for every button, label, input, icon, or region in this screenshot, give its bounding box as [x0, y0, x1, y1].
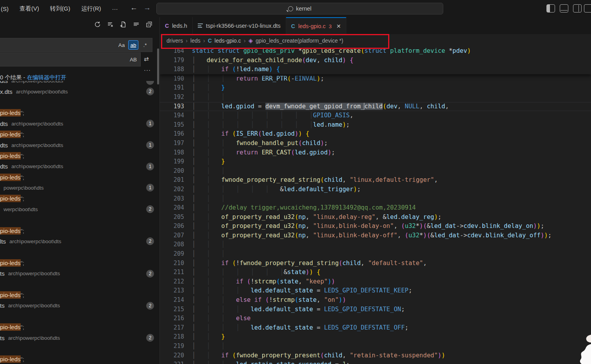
code-line[interactable]: 208│ │ │ — [160, 240, 591, 249]
code-line[interactable]: 202│ │ │ │ │ │ &led.default_trigger); — [160, 185, 591, 194]
expand-all-icon[interactable] — [133, 21, 140, 28]
code-line[interactable]: 206│ │ of_property_read_u32(np, "linux,b… — [160, 222, 591, 231]
code-token: * — [416, 222, 419, 230]
result-file-row[interactable]: dtsarch\powerpc\boot\dts — [0, 81, 159, 86]
code-line[interactable]: 196│ │ if (IS_ERR(led.gpiod)) { — [160, 129, 591, 139]
code-editor[interactable]: 164static struct gpio_leds_priv *gpio_le… — [160, 47, 591, 364]
code-line[interactable]: 221│ │ │ led.retain_state_suspended = 1; — [160, 360, 591, 364]
code-line[interactable]: 214│ │ │ else if (!strcmp(state, "on")) — [160, 296, 591, 305]
open-new-search-editor-icon[interactable] — [120, 21, 127, 28]
result-match-row-clipped[interactable] — [0, 343, 159, 354]
code-line[interactable]: 204│ │ //delay trigger,wucaicheng,137891… — [160, 203, 591, 213]
customize-layout-icon[interactable] — [584, 4, 591, 13]
code-line[interactable]: 217│ │ │ │ led.default_state = LEDS_GPIO… — [160, 323, 591, 333]
code-line[interactable]: 216│ │ │ else — [160, 314, 591, 323]
preserve-case-toggle[interactable]: AB — [129, 55, 138, 64]
tab-leds-gpio-c[interactable]: C leds-gpio.c 3 ✕ — [286, 17, 347, 34]
match-case-toggle[interactable]: Aa — [117, 41, 126, 49]
result-match-row-clipped[interactable] — [0, 311, 159, 322]
code-line[interactable]: 211│ │ │ │ │ │ │&state)) { — [160, 268, 591, 277]
breadcrumb-item-symbol[interactable]: gpio_leds_create(platform_device *) — [256, 38, 343, 44]
code-line[interactable]: 207│ │ of_property_read_u32(np, "linux,b… — [160, 231, 591, 240]
back-arrow-icon[interactable]: ← — [130, 4, 138, 12]
result-file-row[interactable]: tsarch\powerpc\boot\dts2 — [0, 300, 159, 311]
toggle-sidebar-icon[interactable] — [546, 4, 555, 13]
code-line[interactable]: 212│ │ │ if (!strcmp(state, "keep")) — [160, 277, 591, 287]
refresh-icon[interactable] — [94, 21, 101, 28]
whole-word-toggle[interactable]: ab — [128, 40, 138, 50]
toggle-secondary-sidebar-icon[interactable] — [573, 4, 582, 13]
menu-item-more[interactable]: ··· — [112, 5, 118, 12]
result-match-row[interactable]: pio-leds"; — [0, 290, 159, 300]
breadcrumb-item-drivers[interactable]: drivers — [167, 38, 183, 44]
menu-item-go[interactable]: 转到(G) — [50, 5, 70, 13]
menu-item-view[interactable]: 查看(V) — [20, 5, 39, 13]
result-file-row[interactable]: tsarch\powerpc\boot\dts2 — [0, 332, 159, 343]
collapse-all-icon[interactable] — [146, 21, 152, 28]
code-line[interactable]: 218│ │ } — [160, 332, 591, 342]
result-match-row-clipped[interactable] — [0, 97, 159, 108]
replace-input[interactable]: AB — [0, 52, 141, 66]
replace-all-icon[interactable]: ⇄ — [144, 56, 149, 63]
result-match-row[interactable]: pio-leds"; — [0, 354, 159, 364]
result-match-row[interactable]: pio-leds"; — [0, 172, 159, 183]
code-line[interactable]: 209│ │ │ — [160, 249, 591, 259]
close-tab-icon[interactable]: ✕ — [337, 23, 341, 29]
result-file-row[interactable]: powerpc\boot\dts1 — [0, 183, 159, 193]
result-match-row[interactable]: pio-leds"; — [0, 108, 159, 118]
code-line[interactable]: 164static struct gpio_leds_priv *gpio_le… — [160, 47, 591, 56]
code-line[interactable]: 192│ │ │ — [160, 93, 591, 102]
command-center-search[interactable]: kernel — [156, 3, 443, 14]
tab-tspi-dts[interactable]: tspi-rk3566-user-v10-linux.dts — [193, 17, 286, 34]
code-line[interactable]: 198│ │ │ return ERR_CAST(led.gpiod); — [160, 148, 591, 158]
code-line[interactable]: 190│ │ │ return ERR_PTR(-EINVAL); — [160, 74, 591, 84]
result-file-row[interactable]: x.dtsarch\powerpc\boot\dts2 — [0, 86, 159, 97]
open-in-editor-link[interactable]: 在编辑器中打开 — [27, 74, 66, 81]
search-details-more-icon[interactable]: ··· — [144, 66, 151, 73]
result-file-row[interactable]: dtsarch\powerpc\boot\dts1 — [0, 118, 159, 129]
regex-toggle[interactable]: .* — [140, 41, 150, 49]
toggle-panel-icon[interactable] — [560, 4, 568, 13]
code-line[interactable]: 200│ │ │ — [160, 167, 591, 176]
result-match-row-clipped[interactable] — [0, 215, 159, 225]
code-line[interactable]: 193│ │ led.gpiod = devm_fwnode_get_gpiod… — [160, 102, 591, 111]
code-line[interactable]: 191│ │ } — [160, 83, 591, 93]
result-match-row-clipped[interactable] — [0, 247, 159, 257]
breadcrumb-item-file[interactable]: leds-gpio.c — [215, 38, 241, 44]
result-file-row[interactable]: ltsarch\powerpc\boot\dts2 — [0, 236, 159, 247]
sidebar-scrollbar[interactable] — [157, 48, 159, 84]
code-line[interactable]: 203│ │ │ — [160, 194, 591, 204]
code-line[interactable]: 213│ │ │ │ led.default_state = LEDS_GPIO… — [160, 286, 591, 296]
clear-search-results-icon[interactable] — [107, 21, 114, 28]
result-match-row[interactable]: pio-leds"; — [0, 258, 159, 268]
code-line[interactable]: 201│ │ fwnode_property_read_string(child… — [160, 176, 591, 185]
code-line[interactable]: 219│ │ │ — [160, 342, 591, 351]
menu-item-partial[interactable]: (S) — [1, 5, 9, 12]
result-match-row-clipped[interactable] — [0, 279, 159, 289]
code-line[interactable]: 215│ │ │ │ led.default_state = LEDS_GPIO… — [160, 305, 591, 314]
result-match-row[interactable]: pio-leds"; — [0, 151, 159, 161]
code-line[interactable]: 205│ │ of_property_read_u32(np, "linux,d… — [160, 213, 591, 222]
search-input[interactable]: Aa ab .* — [0, 38, 152, 52]
code-line[interactable]: 210│ │ if (!fwnode_property_read_string(… — [160, 259, 591, 268]
code-token: ! — [236, 66, 240, 73]
forward-arrow-icon[interactable]: → — [143, 4, 151, 12]
code-line[interactable]: 197│ │ │ fwnode_handle_put(child); — [160, 139, 591, 148]
result-match-row[interactable]: pio-leds"; — [0, 129, 159, 140]
code-line[interactable]: 194│ │ │ │ │ │ │ │ │GPIOD_ASIS, — [160, 111, 591, 120]
code-line[interactable]: 220│ │ if (fwnode_property_present(child… — [160, 351, 591, 360]
code-line[interactable]: 179│ device_for_each_child_node(dev, chi… — [160, 56, 591, 65]
result-match-row[interactable]: pio-leds"; — [0, 193, 159, 204]
menu-item-run[interactable]: 运行(R) — [81, 5, 101, 13]
code-line[interactable]: 199│ │ } — [160, 157, 591, 167]
result-file-row[interactable]: werpc\boot\dts2 — [0, 204, 159, 215]
result-file-row[interactable]: tsarch\powerpc\boot\dts2 — [0, 268, 159, 279]
breadcrumb-item-leds[interactable]: leds — [190, 38, 201, 44]
code-line[interactable]: 195│ │ │ │ │ │ │ │ │led.name); — [160, 120, 591, 130]
code-line[interactable]: 188│ │ if (!led.name) { — [160, 65, 591, 74]
result-file-row[interactable]: dtsarch\powerpc\boot\dts1 — [0, 140, 159, 150]
result-match-row[interactable]: pio-leds"; — [0, 322, 159, 332]
result-file-row[interactable]: dtsarch\powerpc\boot\dts1 — [0, 161, 159, 172]
result-match-row[interactable]: pio-leds"; — [0, 225, 159, 236]
tab-leds-h[interactable]: C leds.h — [160, 17, 193, 34]
